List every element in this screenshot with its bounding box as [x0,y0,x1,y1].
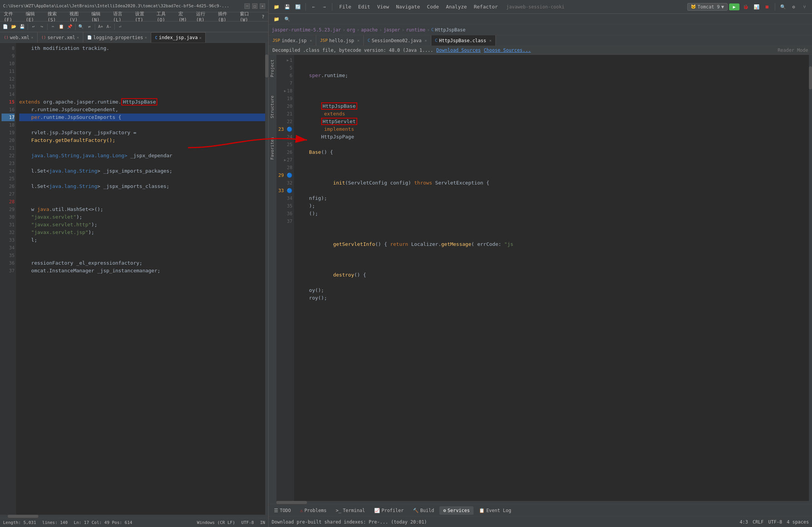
bottom-tab-services[interactable]: ⚙ Services [439,506,474,515]
rln-35: 35 [278,202,292,210]
git-btn[interactable]: ⑂ [800,2,809,12]
run-button[interactable]: ▶ [729,3,739,10]
tab-webxml[interactable]: ⟨⟩ web.xml ✕ [0,32,38,43]
tab-close-indexjsp[interactable]: ✕ [310,38,312,43]
ide-btn-refresh[interactable]: 🔄 [293,2,302,12]
tb-paste[interactable]: 📌 [66,23,74,31]
kw-extends-right: extends [321,111,348,117]
ide-btn-folder2[interactable]: 📁 [272,15,281,24]
run-with-coverage[interactable]: 📊 [752,2,761,12]
right-scrollbar-h-thumb[interactable] [276,501,307,504]
left-scrollbar-h-thumb[interactable] [8,515,38,518]
tb-sep1 [28,24,28,30]
menu-ide-view[interactable]: View [374,3,392,10]
left-scrollbar-v-thumb[interactable] [265,54,268,77]
tb-zoomout[interactable]: A- [105,23,113,31]
ide-btn-back[interactable]: ← [309,2,318,12]
code-line-36: ressionFactory _el_expressionfactory; [19,259,265,267]
menu-ide-analyze[interactable]: Analyze [443,3,470,10]
left-scrollbar-v[interactable] [265,43,268,518]
side-tab-structure[interactable]: Structure [269,94,276,120]
tab-label-sessiondemo: SessionDemo02.java [372,38,422,43]
breadcrumb-org[interactable]: org [347,27,355,33]
download-sources-link[interactable]: Download Sources [436,48,481,53]
fold-18[interactable]: ▶ [284,87,286,95]
tb-find[interactable]: 🔍 [77,23,85,31]
tab-close-logging[interactable]: ✕ [145,35,147,40]
right-scrollbar-v-thumb[interactable] [809,66,812,89]
bottom-tab-profiler[interactable]: 📈 Profiler [370,506,408,515]
menu-ide-file[interactable]: File [336,3,354,10]
reader-mode-text[interactable]: Reader Mode [778,48,808,53]
menu-ide-edit[interactable]: Edit [355,3,373,10]
tab-serverxml[interactable]: ⟨⟩ server.xml ✕ [38,32,83,43]
tb-new[interactable]: 📄 [2,23,9,31]
choose-sources-link[interactable]: Choose Sources... [484,48,531,53]
type-string1: java.lang.String [49,168,97,174]
tab-hellojsp[interactable]: JSP hello.jsp ✕ [316,35,364,46]
search-btn[interactable]: 🔍 [778,2,787,12]
breadcrumb-apache[interactable]: apache [361,27,378,33]
side-tab-project[interactable]: Project [269,58,276,79]
bottom-tab-terminal[interactable]: >_ Terminal [332,506,369,515]
tb-replace[interactable]: ⇌ [86,23,93,31]
tab-close-hellojsp[interactable]: ✕ [357,38,360,43]
tab-close-sessiondemo[interactable]: ✕ [425,38,427,43]
maximize-btn[interactable]: □ [252,3,257,9]
tb-open[interactable]: 📂 [10,23,18,31]
tab-httpjspbase-class[interactable]: C HttpJspBase.class ✕ [431,35,496,46]
tab-close-webxml[interactable]: ✕ [31,35,33,40]
tb-cut[interactable]: ✂ [49,23,57,31]
debug-button[interactable]: 🐞 [741,2,750,12]
bottom-tab-todo[interactable]: ☰ TODO [270,506,295,515]
tb-zoomin[interactable]: A+ [97,23,104,31]
left-code-content[interactable]: ith modification tracking. extends org.a… [16,43,268,518]
tb-copy[interactable]: 📋 [58,23,65,31]
kw-implements: implements [321,126,357,132]
ide-btn-search2[interactable]: 🔍 [282,15,292,24]
tab-indexjsp-java[interactable]: C index_jsp.java ✕ [151,32,206,43]
tab-close-httpjspbase[interactable]: ✕ [489,38,492,43]
bc-sep1: › [343,27,345,33]
tb-undo[interactable]: ↩ [30,23,37,31]
menu-ide-refactor[interactable]: Refactor [471,3,501,10]
tb-wordwrap[interactable]: ⏎ [116,23,124,31]
tab-close-serverxml[interactable]: ✕ [77,35,79,40]
code-line-30: "javax.servlet"); [19,213,265,221]
rln-24: 24 [278,133,292,141]
tab-sessiondemo[interactable]: C SessionDemo02.java ✕ [364,35,431,46]
tab-logging[interactable]: 📄 logging.properties ✕ [83,32,151,43]
tab-close-indexjsp-java[interactable]: ✕ [199,36,201,40]
bottom-tab-eventlog[interactable]: 📋 Event Log [475,506,515,515]
tb-save[interactable]: 💾 [18,23,26,31]
ln-24: 24 [2,167,15,175]
rcode-line-37 [297,310,809,317]
ide-btn-forward[interactable]: → [320,2,329,12]
minimize-btn[interactable]: ─ [244,3,250,9]
breadcrumb-runtime[interactable]: runtime [406,27,426,33]
tab-label-webxml: web.xml [10,35,30,40]
menu-help[interactable]: ? [259,13,267,20]
bottom-tab-build[interactable]: 🔨 Build [409,506,438,515]
stop-button[interactable]: ⏹ [762,2,772,12]
left-scrollbar-h[interactable] [0,515,265,518]
ide-btn-save[interactable]: 💾 [282,2,292,12]
fold-27[interactable]: ▶ [284,156,286,164]
menu-ide-code[interactable]: Code [424,3,442,10]
right-scrollbar-h[interactable] [269,501,809,504]
side-tab-favorites[interactable]: Favorites [269,135,276,161]
fold-1[interactable]: ▶ [287,56,289,64]
right-code-content[interactable]: sper.runtime; HttpJspBase extends HttpSe… [294,55,812,504]
breadcrumb-jasper[interactable]: jasper [383,27,400,33]
breadcrumb-jar[interactable]: jasper-runtime-5.5.23.jar [272,27,341,33]
close-btn[interactable]: ✕ [260,3,265,9]
bottom-tab-problems[interactable]: ⚠ Problems [296,506,330,515]
tomcat-dropdown[interactable]: 🐱 Tomcat 9 ▼ [687,3,728,11]
right-scrollbar-v[interactable] [809,55,812,504]
ide-btn-folder[interactable]: 📁 [272,2,281,12]
code-line-23 [19,160,265,167]
menu-ide-navigate[interactable]: Navigate [393,3,423,10]
settings-btn[interactable]: ⚙ [789,2,798,12]
tb-redo[interactable]: ↪ [38,23,46,31]
tab-indexjsp[interactable]: JSP index.jsp ✕ [269,35,316,46]
